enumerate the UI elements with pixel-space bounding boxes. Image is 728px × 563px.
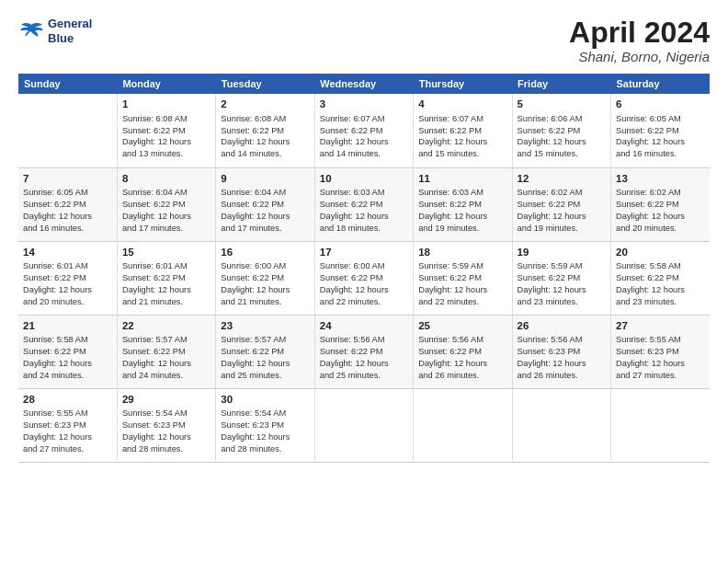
day-number: 12: [518, 172, 606, 187]
day-cell: 7Sunrise: 6:05 AM Sunset: 6:22 PM Daylig…: [18, 167, 117, 241]
day-number: 18: [418, 246, 506, 260]
day-info: Sunrise: 6:06 AM Sunset: 6:22 PM Dayligh…: [518, 113, 606, 160]
day-header-wednesday: Wednesday: [314, 74, 413, 94]
day-cell: 21Sunrise: 5:58 AM Sunset: 6:22 PM Dayli…: [18, 315, 117, 388]
day-number: 1: [122, 98, 210, 112]
day-number: 27: [616, 319, 705, 334]
day-number: 16: [221, 246, 309, 260]
day-cell: 2Sunrise: 6:08 AM Sunset: 6:22 PM Daylig…: [216, 94, 314, 167]
day-cell: 29Sunrise: 5:54 AM Sunset: 6:23 PM Dayli…: [117, 388, 215, 462]
week-row-4: 21Sunrise: 5:58 AM Sunset: 6:22 PM Dayli…: [18, 315, 710, 388]
day-header-thursday: Thursday: [414, 74, 512, 94]
day-info: Sunrise: 5:57 AM Sunset: 6:22 PM Dayligh…: [122, 334, 210, 381]
day-info: Sunrise: 6:07 AM Sunset: 6:22 PM Dayligh…: [418, 113, 506, 160]
day-number: 3: [320, 98, 408, 112]
day-info: Sunrise: 6:05 AM Sunset: 6:22 PM Dayligh…: [616, 113, 705, 160]
day-info: Sunrise: 5:54 AM Sunset: 6:23 PM Dayligh…: [221, 408, 309, 454]
day-header-saturday: Saturday: [611, 74, 710, 94]
day-number: 28: [23, 393, 112, 408]
week-row-3: 14Sunrise: 6:01 AM Sunset: 6:22 PM Dayli…: [18, 241, 710, 315]
day-cell: 9Sunrise: 6:04 AM Sunset: 6:22 PM Daylig…: [216, 167, 314, 241]
day-cell: 27Sunrise: 5:55 AM Sunset: 6:23 PM Dayli…: [611, 315, 710, 388]
day-info: Sunrise: 6:07 AM Sunset: 6:22 PM Dayligh…: [320, 113, 408, 160]
day-info: Sunrise: 6:04 AM Sunset: 6:22 PM Dayligh…: [221, 187, 309, 234]
day-number: 4: [418, 98, 506, 112]
day-cell: 17Sunrise: 6:00 AM Sunset: 6:22 PM Dayli…: [314, 241, 413, 315]
day-cell: 11Sunrise: 6:03 AM Sunset: 6:22 PM Dayli…: [414, 167, 512, 241]
week-row-5: 28Sunrise: 5:55 AM Sunset: 6:23 PM Dayli…: [18, 388, 710, 462]
week-row-1: 1Sunrise: 6:08 AM Sunset: 6:22 PM Daylig…: [18, 94, 710, 167]
day-number: 22: [122, 319, 210, 334]
day-cell: [611, 388, 710, 462]
day-number: 25: [418, 319, 506, 334]
day-info: Sunrise: 5:54 AM Sunset: 6:23 PM Dayligh…: [122, 408, 210, 454]
day-cell: 3Sunrise: 6:07 AM Sunset: 6:22 PM Daylig…: [314, 94, 413, 167]
day-info: Sunrise: 5:56 AM Sunset: 6:22 PM Dayligh…: [320, 334, 408, 381]
day-number: 14: [23, 246, 112, 260]
day-number: 6: [616, 98, 705, 112]
day-cell: 5Sunrise: 6:06 AM Sunset: 6:22 PM Daylig…: [512, 94, 610, 167]
day-cell: 24Sunrise: 5:56 AM Sunset: 6:22 PM Dayli…: [314, 315, 413, 388]
day-info: Sunrise: 5:55 AM Sunset: 6:23 PM Dayligh…: [23, 408, 112, 454]
day-info: Sunrise: 5:56 AM Sunset: 6:23 PM Dayligh…: [518, 334, 606, 381]
day-cell: 14Sunrise: 6:01 AM Sunset: 6:22 PM Dayli…: [18, 241, 117, 315]
day-number: 26: [518, 319, 606, 334]
calendar-table: SundayMondayTuesdayWednesdayThursdayFrid…: [18, 74, 710, 463]
day-cell: 16Sunrise: 6:00 AM Sunset: 6:22 PM Dayli…: [216, 241, 314, 315]
week-row-2: 7Sunrise: 6:05 AM Sunset: 6:22 PM Daylig…: [18, 167, 710, 241]
day-number: 21: [23, 319, 112, 334]
day-cell: [414, 388, 512, 462]
day-cell: 6Sunrise: 6:05 AM Sunset: 6:22 PM Daylig…: [611, 94, 710, 167]
day-cell: [18, 94, 117, 167]
header: General Blue April 2024 Shani, Borno, Ni…: [18, 17, 710, 64]
day-number: 19: [518, 246, 606, 260]
days-header-row: SundayMondayTuesdayWednesdayThursdayFrid…: [18, 74, 710, 94]
day-info: Sunrise: 6:02 AM Sunset: 6:22 PM Dayligh…: [616, 187, 705, 234]
day-number: 9: [221, 172, 309, 187]
day-number: 15: [122, 246, 210, 260]
day-cell: 19Sunrise: 5:59 AM Sunset: 6:22 PM Dayli…: [512, 241, 610, 315]
day-info: Sunrise: 6:01 AM Sunset: 6:22 PM Dayligh…: [23, 260, 112, 307]
day-info: Sunrise: 6:00 AM Sunset: 6:22 PM Dayligh…: [221, 260, 309, 307]
day-number: 20: [616, 246, 705, 260]
day-header-monday: Monday: [117, 74, 215, 94]
day-number: 24: [320, 319, 408, 334]
day-cell: [314, 388, 413, 462]
day-number: 30: [221, 393, 309, 408]
day-info: Sunrise: 6:05 AM Sunset: 6:22 PM Dayligh…: [23, 187, 112, 234]
day-number: 13: [616, 172, 705, 187]
day-number: 10: [320, 172, 408, 187]
day-info: Sunrise: 5:57 AM Sunset: 6:22 PM Dayligh…: [221, 334, 309, 381]
day-info: Sunrise: 6:08 AM Sunset: 6:22 PM Dayligh…: [122, 113, 210, 160]
day-cell: 15Sunrise: 6:01 AM Sunset: 6:22 PM Dayli…: [117, 241, 215, 315]
day-info: Sunrise: 5:56 AM Sunset: 6:22 PM Dayligh…: [418, 334, 506, 381]
day-cell: 8Sunrise: 6:04 AM Sunset: 6:22 PM Daylig…: [117, 167, 215, 241]
title-block: April 2024 Shani, Borno, Nigeria: [569, 17, 710, 64]
logo: General Blue: [18, 17, 92, 45]
logo-text: General Blue: [48, 17, 92, 45]
day-cell: 28Sunrise: 5:55 AM Sunset: 6:23 PM Dayli…: [18, 388, 117, 462]
logo-line2: Blue: [48, 31, 92, 46]
day-info: Sunrise: 6:00 AM Sunset: 6:22 PM Dayligh…: [320, 260, 408, 307]
day-number: 11: [418, 172, 506, 187]
day-info: Sunrise: 5:59 AM Sunset: 6:22 PM Dayligh…: [418, 260, 506, 307]
month-title: April 2024: [569, 17, 710, 49]
day-info: Sunrise: 6:04 AM Sunset: 6:22 PM Dayligh…: [122, 187, 210, 234]
day-info: Sunrise: 6:08 AM Sunset: 6:22 PM Dayligh…: [221, 113, 309, 160]
day-cell: 20Sunrise: 5:58 AM Sunset: 6:22 PM Dayli…: [611, 241, 710, 315]
day-info: Sunrise: 6:03 AM Sunset: 6:22 PM Dayligh…: [320, 187, 408, 234]
day-cell: 13Sunrise: 6:02 AM Sunset: 6:22 PM Dayli…: [611, 167, 710, 241]
day-header-tuesday: Tuesday: [216, 74, 314, 94]
day-header-friday: Friday: [512, 74, 610, 94]
day-info: Sunrise: 5:58 AM Sunset: 6:22 PM Dayligh…: [616, 260, 705, 307]
day-cell: 26Sunrise: 5:56 AM Sunset: 6:23 PM Dayli…: [512, 315, 610, 388]
day-info: Sunrise: 6:03 AM Sunset: 6:22 PM Dayligh…: [418, 187, 506, 234]
location-title: Shani, Borno, Nigeria: [569, 49, 710, 64]
day-number: 2: [221, 98, 309, 112]
day-header-sunday: Sunday: [18, 74, 117, 94]
day-info: Sunrise: 5:55 AM Sunset: 6:23 PM Dayligh…: [616, 334, 705, 381]
page: General Blue April 2024 Shani, Borno, Ni…: [0, 0, 728, 563]
logo-icon: [18, 21, 44, 41]
day-number: 17: [320, 246, 408, 260]
day-cell: 18Sunrise: 5:59 AM Sunset: 6:22 PM Dayli…: [414, 241, 512, 315]
